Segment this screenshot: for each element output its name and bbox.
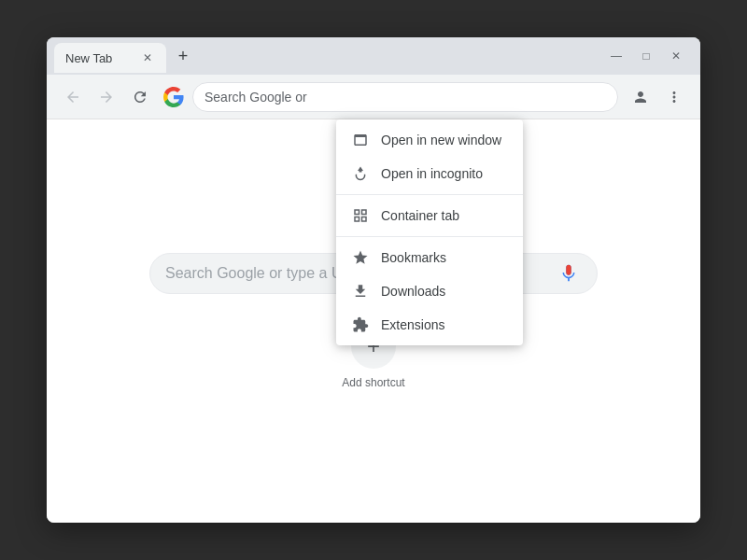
menu-item-downloads[interactable]: Downloads [336,274,523,308]
menu-label-downloads: Downloads [381,284,445,299]
forward-button[interactable] [92,82,121,112]
profile-icon [632,89,649,105]
close-button[interactable]: ✕ [667,47,685,65]
menu-item-bookmarks[interactable]: Bookmarks [336,241,523,274]
context-menu: Open in new window Open in incognito Con… [336,119,523,345]
more-icon [666,89,683,105]
star-icon [351,248,370,267]
google-logo [162,86,185,108]
toolbar: Search Google or Open in new window [47,75,700,119]
browser-tab[interactable]: New Tab ✕ [54,43,166,73]
tab-close-button[interactable]: ✕ [140,50,155,65]
address-bar[interactable]: Search Google or [192,82,618,112]
window-icon [351,131,370,149]
container-icon [351,206,370,225]
mic-icon[interactable] [556,260,582,287]
incognito-icon [351,164,370,183]
menu-item-new-window[interactable]: Open in new window [336,123,523,157]
menu-label-bookmarks: Bookmarks [381,250,446,265]
menu-label-incognito: Open in incognito [381,166,483,181]
download-icon [351,282,370,301]
reload-button[interactable] [125,82,155,112]
tab-title: New Tab [65,51,133,65]
forward-icon [98,89,115,105]
address-bar-text: Search Google or [204,90,606,105]
menu-divider-2 [336,236,523,237]
maximize-button[interactable]: □ [637,47,655,65]
new-tab-button[interactable]: + [170,43,196,69]
menu-item-incognito[interactable]: Open in incognito [336,157,523,190]
reload-icon [132,89,148,105]
title-bar: New Tab ✕ + — □ ✕ [47,37,700,75]
minimize-button[interactable]: — [607,47,626,65]
menu-item-container-tab[interactable]: Container tab [336,199,523,232]
back-button[interactable] [58,82,88,112]
browser-window: New Tab ✕ + — □ ✕ [47,37,700,523]
more-button[interactable] [659,82,689,112]
menu-label-extensions: Extensions [381,317,444,332]
add-shortcut-label: Add shortcut [342,376,404,389]
menu-label-new-window: Open in new window [381,133,501,147]
menu-label-container-tab: Container tab [381,208,459,223]
menu-divider-1 [336,194,523,195]
toolbar-actions [626,82,689,112]
puzzle-icon [351,315,370,334]
window-controls: — □ ✕ [607,47,693,65]
menu-item-extensions[interactable]: Extensions [336,308,523,342]
back-icon [64,89,81,105]
profile-button[interactable] [626,82,655,112]
